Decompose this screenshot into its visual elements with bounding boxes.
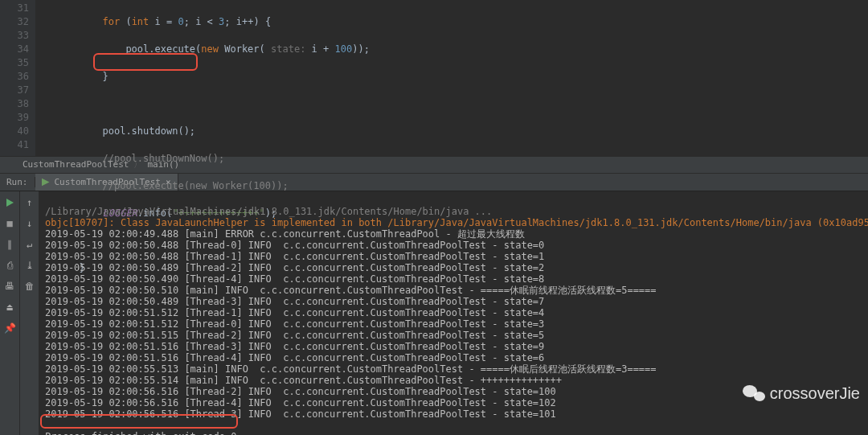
console-exit-line: Process finished with exit code 0: [45, 431, 236, 435]
console-log-line: 2019-05-19 02:00:50.489 [Thread-3] INFO …: [45, 296, 544, 307]
console-log-line: 2019-05-19 02:00:50.490 [Thread-4] INFO …: [45, 273, 544, 285]
console-log-line: 2019-05-19 02:00:51.516 [Thread-3] INFO …: [45, 341, 544, 352]
console-log-line: 2019-05-19 02:00:50.510 [main] INFO c.c.…: [45, 285, 657, 296]
console-log-line: 2019-05-19 02:00:51.512 [Thread-1] INFO …: [45, 307, 544, 318]
clear-icon[interactable]: 🗑: [23, 280, 36, 293]
scroll-up-icon[interactable]: ↑: [23, 196, 36, 209]
dump-icon[interactable]: ⎙: [3, 259, 16, 272]
pin-icon[interactable]: 📌: [3, 322, 16, 334]
rerun-icon[interactable]: [3, 196, 16, 209]
console-command-line: /Library/Java/JavaVirtualMachines/jdk1.8…: [45, 206, 492, 217]
console-log-line: 2019-05-19 02:00:49.488 [main] ERROR c.c…: [45, 228, 525, 240]
exit-icon[interactable]: ⏏: [3, 301, 16, 314]
console-log-line: 2019-05-19 02:00:56.516 [Thread-4] INFO …: [45, 397, 556, 408]
print-icon[interactable]: 🖶: [3, 280, 16, 293]
console-log-line: 2019-05-19 02:00:51.515 [Thread-2] INFO …: [45, 330, 544, 341]
pause-icon[interactable]: ∥: [3, 238, 16, 251]
code-area[interactable]: for (int i = 0; i < 3; i++) { pool.execu…: [35, 0, 868, 156]
code-editor[interactable]: 31 32 33 34 35 36 37 38 39 40 41 for (in…: [0, 0, 868, 156]
console-objc-warning: objc[10707]: Class JavaLaunchHelper is i…: [45, 217, 868, 228]
console-log-line: 2019-05-19 02:00:51.516 [Thread-4] INFO …: [45, 352, 544, 363]
run-toolbar-secondary: ↑ ↓ ↵ ⤓ 🗑: [19, 191, 39, 435]
scroll-to-end-icon[interactable]: ⤓: [23, 259, 36, 272]
console-log-line: 2019-05-19 02:00:50.488 [Thread-1] INFO …: [45, 251, 544, 262]
run-label: Run:: [0, 177, 35, 187]
console-log-line: 2019-05-19 02:00:50.489 [Thread-2] INFO …: [45, 262, 544, 273]
console-log-line: 2019-05-19 02:00:56.516 [Thread-3] INFO …: [45, 408, 556, 420]
console-log-line: 2019-05-19 02:00:51.512 [Thread-0] INFO …: [45, 318, 544, 330]
console-output[interactable]: /Library/Java/JavaVirtualMachines/jdk1.8…: [39, 191, 868, 435]
console-log-line: 2019-05-19 02:00:56.516 [Thread-2] INFO …: [45, 386, 556, 397]
console-log-line: 2019-05-19 02:00:50.488 [Thread-0] INFO …: [45, 240, 544, 251]
svg-marker-0: [6, 199, 14, 207]
console-log-line: 2019-05-19 02:00:55.514 [main] INFO c.c.…: [45, 375, 562, 386]
console-log-line: 2019-05-19 02:00:55.513 [main] INFO c.c.…: [45, 363, 657, 375]
line-number-gutter: 31 32 33 34 35 36 37 38 39 40 41: [0, 0, 35, 156]
run-toolbar-primary: ■ ∥ ⎙ 🖶 ⏏ 📌: [0, 191, 19, 435]
stop-icon[interactable]: ■: [3, 217, 16, 230]
soft-wrap-icon[interactable]: ↵: [23, 238, 36, 251]
scroll-down-icon[interactable]: ↓: [23, 217, 36, 230]
